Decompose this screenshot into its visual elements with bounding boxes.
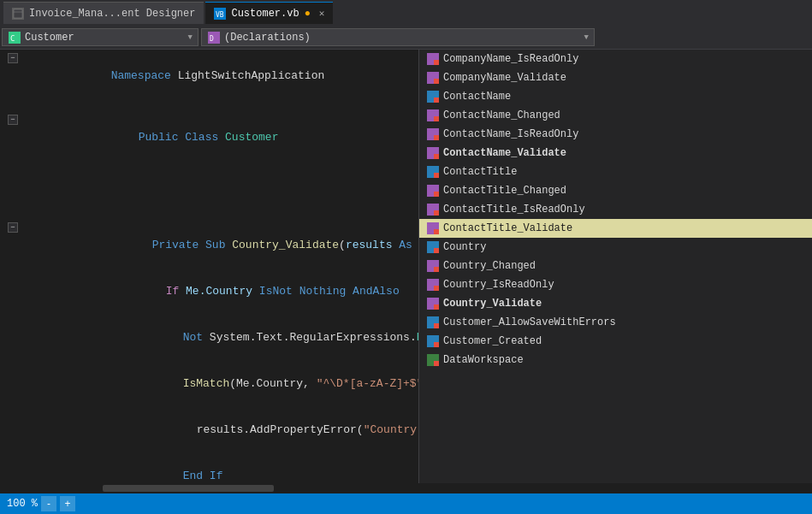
code-line: results.AddPropertyError("Country has in… <box>0 407 418 453</box>
code-line: If Me.Country IsNot Nothing AndAlso <box>0 269 418 315</box>
item-label: ContactName_Changed <box>443 109 560 121</box>
dropdown-item[interactable]: Customer_Created <box>419 332 812 351</box>
dropdown-item[interactable]: Country_IsReadOnly <box>419 275 812 294</box>
svg-rect-10 <box>434 60 439 65</box>
editor-toolbar: C Customer ▼ D (Declarations) ▼ <box>0 26 812 50</box>
line-text <box>31 207 418 222</box>
horizontal-scrollbar[interactable] <box>0 483 812 493</box>
keyword: Private <box>152 239 205 251</box>
tab-designer-label: Invoice_Mana...ent Designer <box>29 8 195 20</box>
item-label: ContactTitle_Validate <box>443 222 572 234</box>
item-icon <box>426 278 440 292</box>
class-dropdown-value: Customer <box>25 32 74 44</box>
zoom-plus-button[interactable]: + <box>60 496 75 511</box>
keyword: AndAlso <box>353 285 400 298</box>
code-line: − Private Sub Country_Validate(results A… <box>0 222 418 269</box>
item-label: Country_Changed <box>443 260 536 272</box>
item-icon <box>426 222 440 235</box>
keyword: Sub <box>205 239 232 251</box>
svg-rect-34 <box>434 286 439 291</box>
item-icon <box>426 240 440 254</box>
line-text: IsMatch(Me.Country, "^\D*[a-zA-Z]+$") Th… <box>31 361 418 407</box>
line-gutter: − <box>0 53 26 63</box>
collapse-btn[interactable]: − <box>8 115 18 125</box>
keyword: Public <box>139 131 186 144</box>
item-label: ContactName_IsReadOnly <box>443 128 578 140</box>
dropdown-item[interactable]: ContactName_Validate <box>419 144 812 162</box>
svg-rect-42 <box>434 361 439 366</box>
keyword: Not <box>183 331 210 344</box>
item-icon <box>426 146 440 160</box>
dropdown-item[interactable]: ContactTitle_Changed <box>419 181 812 200</box>
svg-rect-14 <box>434 97 439 103</box>
designer-icon <box>12 8 24 20</box>
svg-text:C: C <box>10 34 15 43</box>
dropdown-item-selected[interactable]: ContactTitle_Validate <box>419 219 812 238</box>
collapse-btn[interactable]: − <box>8 222 18 233</box>
zoom-level: 100 % <box>7 498 38 510</box>
class-dropdown[interactable]: C Customer ▼ <box>2 28 199 46</box>
dropdown-item[interactable]: ContactTitle_IsReadOnly <box>419 200 812 219</box>
keyword: As <box>393 239 418 251</box>
svg-rect-28 <box>434 229 439 234</box>
dropdown-item[interactable]: ContactTitle <box>419 162 812 181</box>
code-line: End If <box>0 453 418 483</box>
dropdown-item[interactable]: Country_Validate <box>419 294 812 313</box>
code-token: (Me.Country, <box>229 377 316 390</box>
svg-rect-32 <box>434 267 439 272</box>
code-line <box>0 161 418 176</box>
item-icon <box>426 203 440 216</box>
code-token: Me.Country <box>186 285 259 298</box>
dropdown-item[interactable]: Country_Changed <box>419 257 812 275</box>
declarations-dropdown-arrow: ▼ <box>584 33 589 42</box>
item-icon <box>426 297 440 310</box>
item-icon <box>426 109 440 122</box>
line-text <box>31 192 418 207</box>
dropdown-item[interactable]: Customer_AllowSaveWithErrors <box>419 313 812 332</box>
editor-split: − Namespace LightSwitchApplication <box>0 50 812 483</box>
code-line <box>0 176 418 192</box>
dropdown-item[interactable]: ContactName <box>419 87 812 106</box>
collapse-btn[interactable]: − <box>8 53 18 63</box>
svg-text:D: D <box>210 35 214 43</box>
item-icon <box>426 353 440 367</box>
status-left: 100 % - + <box>7 496 75 511</box>
code-token: LightSwitchApplication <box>178 69 325 82</box>
tab-customer[interactable]: VB Customer.vb ● ✕ <box>205 2 333 24</box>
item-label: ContactTitle_IsReadOnly <box>443 204 585 216</box>
code-token: ( <box>339 239 346 251</box>
method-name: IsMatch <box>183 377 230 390</box>
item-icon <box>426 316 440 329</box>
dropdown-item[interactable]: ContactName_IsReadOnly <box>419 125 812 144</box>
line-text <box>31 161 418 176</box>
dropdown-item[interactable]: CompanyName_Validate <box>419 68 812 87</box>
class-name: Customer <box>225 131 278 144</box>
editor-container: C Customer ▼ D (Declarations) ▼ <box>0 26 812 493</box>
code-line <box>0 99 418 115</box>
declarations-dropdown[interactable]: D (Declarations) ▼ <box>201 28 595 46</box>
dropdown-item[interactable]: CompanyName_IsReadOnly <box>419 50 812 68</box>
string-literal: "^\D*[a-zA-Z]+$" <box>317 377 418 390</box>
scrollbar-thumb[interactable] <box>103 485 274 492</box>
item-label: ContactTitle_Changed <box>443 185 566 197</box>
dropdown-item[interactable]: Country <box>419 238 812 257</box>
item-label: Country_Validate <box>443 298 542 310</box>
zoom-control: 100 % - + <box>7 496 75 511</box>
svg-rect-26 <box>434 210 439 216</box>
declarations-dropdown-value: (Declarations) <box>224 32 311 44</box>
line-gutter: − <box>0 222 26 233</box>
dropdown-item[interactable]: DataWorkspace <box>419 351 812 369</box>
tab-close-button[interactable]: ✕ <box>319 8 325 19</box>
zoom-minus-button[interactable]: - <box>41 496 56 511</box>
item-label: Country_IsReadOnly <box>443 279 554 291</box>
dropdown-item[interactable]: ContactName_Changed <box>419 106 812 125</box>
dropdown-list[interactable]: CompanyName_IsReadOnly CompanyName_Valid… <box>419 50 812 483</box>
tab-designer[interactable]: Invoice_Mana...ent Designer <box>3 2 204 24</box>
code-line: Not System.Text.RegularExpressions.Regex… <box>0 315 418 361</box>
status-bar: 100 % - + <box>0 493 812 514</box>
item-label: ContactName_Validate <box>443 147 566 159</box>
item-icon <box>426 334 440 348</box>
code-panel[interactable]: − Namespace LightSwitchApplication <box>0 50 418 483</box>
class-dropdown-icon: C <box>8 31 21 44</box>
title-bar: Invoice_Mana...ent Designer VB Customer.… <box>0 0 812 26</box>
